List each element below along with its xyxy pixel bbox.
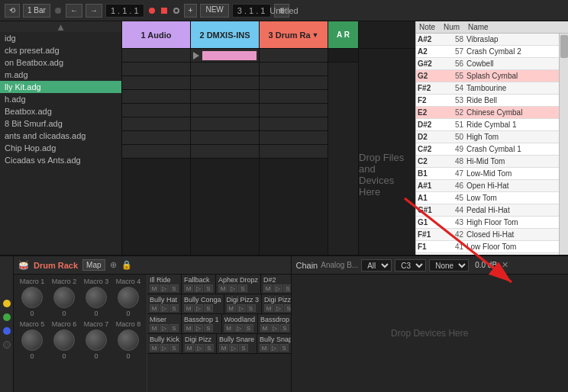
sidebar-item-10[interactable]: Cicadas vs Ants.adg xyxy=(0,154,121,166)
clip-slot-drum-2[interactable] xyxy=(260,63,328,76)
clip-slot-audio-2[interactable] xyxy=(122,63,190,76)
pad-arrow-btn[interactable]: ▷ xyxy=(237,304,246,312)
pad-arrow-btn[interactable]: ▷ xyxy=(274,304,283,312)
midi-list-row[interactable]: A#1 46 Open Hi-Hat xyxy=(416,180,559,192)
pad-s-btn[interactable]: S xyxy=(169,324,179,332)
pad-s-btn[interactable]: S xyxy=(247,304,256,312)
clip-slot-dmxis-6[interactable] xyxy=(191,117,259,131)
pad-s-btn[interactable]: S xyxy=(204,324,213,332)
pad-s-btn[interactable]: S xyxy=(244,324,253,332)
pad-arrow-btn[interactable]: ▷ xyxy=(160,284,169,292)
chain-c3-select[interactable]: C3 xyxy=(395,259,426,272)
clip-slot-dmxis-7[interactable] xyxy=(191,131,259,145)
track-header-drum[interactable]: 3 Drum Ra ▼ xyxy=(260,21,328,48)
pad-m-btn[interactable]: M xyxy=(184,284,193,292)
chain-all-select[interactable]: All xyxy=(361,259,392,272)
pad-s-btn[interactable]: S xyxy=(205,344,214,352)
drum-rack-icon3[interactable]: 🔒 xyxy=(121,260,132,270)
macro-knob-6[interactable] xyxy=(53,329,75,351)
midi-list-row[interactable]: C2 48 Hi-Mid Tom xyxy=(416,156,559,168)
midi-list-row[interactable]: D#2 51 Ride Cymbal 1 xyxy=(416,119,559,131)
macro-knob-7[interactable] xyxy=(86,329,107,351)
drum-rack-icon[interactable]: 🥁 xyxy=(18,260,29,270)
new-button[interactable]: NEW xyxy=(200,4,228,18)
pad-m-btn[interactable]: M xyxy=(260,324,269,332)
midi-list-row[interactable]: A#2 58 Vibraslap xyxy=(416,34,559,46)
loop-button[interactable]: ⟲ xyxy=(5,4,20,18)
pad-s-btn[interactable]: S xyxy=(204,304,213,312)
macro-knob-3[interactable] xyxy=(86,287,107,308)
pad-m-btn[interactable]: M xyxy=(219,344,228,352)
pad-s-btn[interactable]: S xyxy=(283,284,290,292)
clip-slot-dmxis-2[interactable] xyxy=(191,63,259,76)
pad-arrow-btn[interactable]: ▷ xyxy=(194,324,203,332)
midi-list-row[interactable]: F1 41 Low Floor Tom xyxy=(416,241,559,253)
drum-map-btn[interactable]: Map xyxy=(82,259,105,271)
pad-arrow-btn[interactable]: ▷ xyxy=(270,324,279,332)
midi-list-row[interactable]: E2 52 Chinese Cymbal xyxy=(416,107,559,119)
back-button[interactable]: ← xyxy=(66,4,82,18)
forward-button[interactable]: → xyxy=(86,4,102,18)
pad-m-btn[interactable]: M xyxy=(184,324,193,332)
pad-s-btn[interactable]: S xyxy=(280,324,289,332)
sidebar-item-6[interactable]: Beatbox.adg xyxy=(0,105,121,117)
clip-slot-audio-3[interactable] xyxy=(122,76,190,90)
clip-slot-audio-4[interactable] xyxy=(122,90,190,104)
pad-m-btn[interactable]: M xyxy=(224,324,234,332)
midi-list-row[interactable]: F#2 54 Tambourine xyxy=(416,82,559,95)
clip-slot-dmxis-1[interactable] xyxy=(191,49,259,63)
midi-list-row[interactable]: G1 43 High Floor Tom xyxy=(416,217,559,229)
pad-s-btn[interactable]: S xyxy=(284,304,290,312)
clip-slot-audio-1[interactable] xyxy=(122,49,190,63)
macro-knob-1[interactable] xyxy=(21,287,43,308)
pad-m-btn[interactable]: M xyxy=(227,304,236,312)
sidebar-item-9[interactable]: Chip Hop.adg xyxy=(0,142,121,154)
pad-arrow-btn[interactable]: ▷ xyxy=(234,324,244,332)
midi-scrollbar-thumb[interactable] xyxy=(560,35,568,58)
drum-rack-icon2[interactable]: ⊕ xyxy=(110,260,117,270)
sidebar-item-1[interactable]: cks preset.adg xyxy=(0,44,121,56)
sidebar-item-5[interactable]: h.adg xyxy=(0,93,121,105)
midi-list-row[interactable]: G#1 44 Pedal Hi-Hat xyxy=(416,204,559,217)
pad-m-btn[interactable]: M xyxy=(184,304,193,312)
midi-list-row[interactable]: B1 47 Low-Mid Tom xyxy=(416,168,559,180)
pad-s-btn[interactable]: S xyxy=(238,284,247,292)
clip-slot-dmxis-3[interactable] xyxy=(191,76,259,90)
midi-list-row[interactable]: F2 53 Ride Bell xyxy=(416,95,559,107)
midi-list-row[interactable]: G#2 56 Cowbell xyxy=(416,58,559,70)
macro-knob-4[interactable] xyxy=(118,287,139,308)
sidebar-scroll-up[interactable]: ▲ xyxy=(0,21,121,32)
clip-slot-drum-1[interactable] xyxy=(260,49,328,63)
pad-m-btn[interactable]: M xyxy=(264,304,273,312)
clip-slot-drum-4[interactable] xyxy=(260,90,328,104)
pad-s-btn[interactable]: S xyxy=(169,304,179,312)
pad-arrow-btn[interactable]: ▷ xyxy=(269,344,279,352)
pad-s-btn[interactable]: S xyxy=(204,284,213,292)
clip-slot-drum-5[interactable] xyxy=(260,104,328,117)
clip-slot-drum-7[interactable] xyxy=(260,131,328,145)
pad-s-btn[interactable]: S xyxy=(279,344,289,352)
pad-arrow-btn[interactable]: ▷ xyxy=(160,324,169,332)
clip-slot-drum-6[interactable] xyxy=(260,117,328,131)
drum-dropdown-icon[interactable]: ▼ xyxy=(312,31,319,39)
clip-slot-dmxis-8[interactable] xyxy=(191,145,259,159)
pad-arrow-btn[interactable]: ▷ xyxy=(160,344,169,352)
pad-m-btn[interactable]: M xyxy=(150,344,159,352)
pad-m-btn[interactable]: M xyxy=(260,344,269,352)
clip-slot-dmxis-5[interactable] xyxy=(191,104,259,117)
pad-s-btn[interactable]: S xyxy=(169,284,179,292)
clip-slot-audio-7[interactable] xyxy=(122,131,190,145)
pad-arrow-btn[interactable]: ▷ xyxy=(194,284,203,292)
clip-slot-drum-8[interactable] xyxy=(260,145,328,159)
pad-m-btn[interactable]: M xyxy=(263,284,273,292)
pad-arrow-btn[interactable]: ▷ xyxy=(228,284,237,292)
pad-m-btn[interactable]: M xyxy=(150,304,159,312)
pad-arrow-btn[interactable]: ▷ xyxy=(229,344,238,352)
sidebar-item-0[interactable]: idg xyxy=(0,32,121,44)
clip-slot-audio-8[interactable] xyxy=(122,145,190,159)
chain-x-icon[interactable]: ✕ xyxy=(502,260,508,270)
pad-arrow-btn[interactable]: ▷ xyxy=(160,304,169,312)
sidebar-item-4[interactable]: lly Kit.adg xyxy=(0,81,121,93)
track-header-return[interactable]: A R xyxy=(328,21,359,48)
midi-list-row[interactable]: F#1 42 Closed Hi-Hat xyxy=(416,229,559,241)
